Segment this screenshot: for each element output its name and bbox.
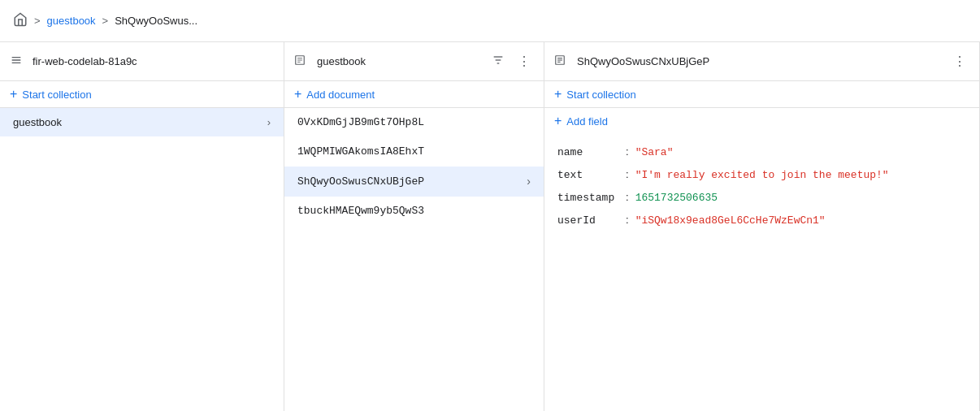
add-field-btn[interactable]: + Add field xyxy=(544,108,979,134)
field-value-text: "I'm really excited to join the meetup!" xyxy=(635,169,889,181)
field-colon-name: : xyxy=(626,145,629,158)
right-menu-icon[interactable]: ⋮ xyxy=(950,52,969,71)
middle-menu-icon[interactable]: ⋮ xyxy=(514,52,534,71)
project-name: fir-web-codelab-81a9c xyxy=(33,55,274,67)
project-icon xyxy=(10,54,23,69)
home-icon[interactable] xyxy=(13,12,28,30)
doc-item-0[interactable]: 0VxKDmGjJB9mGt7OHp8L xyxy=(284,108,544,137)
doc-id-1: 1WQPMIWGAkomsIA8EhxT xyxy=(297,145,531,158)
collection-doc-icon xyxy=(294,54,306,68)
field-key-text: text xyxy=(557,169,622,181)
field-value-userid: "iSQw18x9ead8GeL6CcHe7WzEwCn1" xyxy=(635,214,826,227)
field-key-timestamp: timestamp xyxy=(557,192,622,204)
add-document-label: Add document xyxy=(306,89,375,101)
field-colon-text: : xyxy=(626,168,629,180)
field-row-text: text : "I'm really excited to join the m… xyxy=(544,163,979,186)
start-collection-btn[interactable]: + Start collection xyxy=(0,81,284,108)
document-panel: ShQwyOoSwusCNxUBjGeP ⋮ + Start collectio… xyxy=(544,42,980,411)
breadcrumb-bar: > guestbook > ShQwyOoSwus... xyxy=(0,0,980,42)
field-value-name: "Sara" xyxy=(635,146,674,158)
document-title: ShQwyOoSwusCNxUBjGeP xyxy=(577,55,943,67)
add-document-btn[interactable]: + Add document xyxy=(284,81,544,108)
breadcrumb-document: ShQwyOoSwus... xyxy=(115,15,197,27)
filter-icon[interactable] xyxy=(492,54,505,69)
plus-icon-middle: + xyxy=(294,88,301,101)
field-colon-timestamp: : xyxy=(626,191,629,203)
add-field-label: Add field xyxy=(566,115,608,128)
documents-panel: guestbook ⋮ + Add document 0VxKDmGjJB9mG… xyxy=(284,42,544,411)
plus-icon-right-field: + xyxy=(554,115,562,128)
doc-item-2[interactable]: ShQwyOoSwusCNxUBjGeP › xyxy=(284,167,544,197)
main-area: fir-web-codelab-81a9c + Start collection… xyxy=(0,42,980,411)
collection-header: guestbook ⋮ xyxy=(284,42,544,81)
document-icon xyxy=(554,54,566,68)
field-value-timestamp: 1651732506635 xyxy=(635,192,718,204)
start-collection-label: Start collection xyxy=(22,89,91,101)
collection-guestbook[interactable]: guestbook › xyxy=(0,108,284,136)
plus-icon-right-collection: + xyxy=(554,88,562,101)
project-header: fir-web-codelab-81a9c xyxy=(0,42,284,81)
collection-guestbook-label: guestbook xyxy=(13,116,267,128)
breadcrumb-separator-2: > xyxy=(102,15,109,27)
chevron-right-icon: › xyxy=(267,116,271,128)
doc-item-1[interactable]: 1WQPMIWGAkomsIA8EhxT xyxy=(284,137,544,167)
field-colon-userid: : xyxy=(626,214,629,226)
collections-panel: fir-web-codelab-81a9c + Start collection… xyxy=(0,42,284,411)
field-key-name: name xyxy=(557,146,622,158)
doc-item-3[interactable]: tbuckHMAEQwm9yb5QwS3 xyxy=(284,197,544,226)
doc-id-2: ShQwyOoSwusCNxUBjGeP xyxy=(297,175,527,188)
document-header: ShQwyOoSwusCNxUBjGeP ⋮ xyxy=(544,42,979,81)
field-row-timestamp: timestamp : 1651732506635 xyxy=(544,186,979,209)
doc-chevron-2: › xyxy=(527,175,531,188)
fields-area: name : "Sara" text : "I'm really excited… xyxy=(544,134,979,411)
field-row-userid: userId : "iSQw18x9ead8GeL6CcHe7WzEwCn1" xyxy=(544,209,979,231)
field-row-name: name : "Sara" xyxy=(544,141,979,163)
collection-title: guestbook xyxy=(317,55,485,67)
right-start-collection-label: Start collection xyxy=(566,89,635,101)
doc-id-0: 0VxKDmGjJB9mGt7OHp8L xyxy=(297,116,531,128)
breadcrumb-guestbook[interactable]: guestbook xyxy=(47,15,96,27)
breadcrumb-separator-1: > xyxy=(34,15,41,27)
doc-id-3: tbuckHMAEQwm9yb5QwS3 xyxy=(297,205,531,217)
right-start-collection-btn[interactable]: + Start collection xyxy=(544,81,979,108)
plus-icon-left: + xyxy=(10,88,17,101)
field-key-userid: userId xyxy=(557,214,622,227)
